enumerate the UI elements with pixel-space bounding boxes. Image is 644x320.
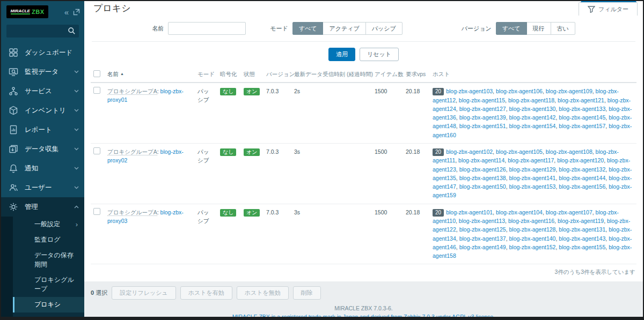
host-link[interactable]: blog-zbx-agent128: [509, 226, 555, 233]
host-link[interactable]: blog-zbx-agent118: [508, 97, 554, 103]
gear-icon: [9, 202, 18, 212]
host-link[interactable]: blog-zbx-agent137: [459, 235, 506, 242]
host-link[interactable]: blog-zbx-agent142: [509, 114, 555, 121]
host-link[interactable]: blog-zbx-agent107: [546, 209, 592, 215]
sidebar-item-dashboard[interactable]: ダッシュボード: [1, 43, 84, 62]
submenu-item-proxy-groups[interactable]: プロキシグループ: [13, 272, 84, 297]
host-link[interactable]: blog-zbx-agent106: [496, 88, 543, 94]
host-link[interactable]: blog-zbx-agent133: [559, 106, 605, 112]
submenu-item-proxies[interactable]: プロキシ: [13, 297, 84, 312]
apply-button[interactable]: 適用: [328, 48, 355, 61]
host-link[interactable]: blog-zbx-agent108: [546, 148, 592, 155]
host-link[interactable]: blog-zbx-agent109: [546, 88, 592, 94]
reset-button[interactable]: リセット: [360, 48, 399, 61]
submenu-item-audit-log[interactable]: 監査ログ: [13, 232, 84, 248]
host-link[interactable]: blog-zbx-agent149: [459, 244, 506, 250]
host-link[interactable]: blog-zbx-agent115: [459, 97, 505, 103]
host-link[interactable]: blog-zbx-agent157: [559, 123, 605, 129]
sidebar-item-reports[interactable]: レポート: [1, 120, 84, 139]
host-link[interactable]: blog-zbx-agent132: [559, 166, 605, 173]
host-link[interactable]: blog-zbx-agent102: [446, 148, 493, 155]
table-row: プロキシグループA: blog-zbx-proxy01 パッシブ なし オン 7…: [91, 83, 636, 143]
host-link[interactable]: blog-zbx-agent116: [508, 218, 554, 224]
host-link[interactable]: blog-zbx-agent103: [446, 88, 493, 94]
delete-button[interactable]: 削除: [293, 286, 321, 300]
sidebar-item-users[interactable]: ユーザー: [1, 178, 84, 197]
expand-window-icon[interactable]: [73, 9, 80, 16]
footer-trademark-link[interactable]: MIRACLE ZBX is a registered trade mark i…: [84, 313, 643, 320]
host-link[interactable]: blog-zbx-agent129: [509, 166, 555, 173]
host-link[interactable]: blog-zbx-agent145: [559, 114, 605, 121]
host-link[interactable]: blog-zbx-agent130: [509, 106, 555, 112]
sidebar-item-services[interactable]: サービス: [1, 81, 84, 101]
row-checkbox[interactable]: [93, 147, 100, 154]
name-filter-input[interactable]: [168, 22, 246, 35]
host-link[interactable]: blog-zbx-agent141: [509, 175, 555, 181]
sidebar-item-inventory[interactable]: インベントリ: [1, 101, 84, 120]
host-link[interactable]: blog-zbx-agent104: [496, 209, 543, 215]
column-header-version: バージョン: [264, 66, 291, 83]
refresh-config-button[interactable]: 設定リフレッシュ: [112, 286, 176, 300]
host-link[interactable]: blog-zbx-agent105: [496, 148, 543, 155]
sidebar-item-data-collection[interactable]: データ収集: [1, 139, 84, 159]
submenu-label: プロキシグループ: [34, 276, 78, 294]
proxy-group-link[interactable]: プロキシグループA: [107, 88, 157, 95]
filter-tab-label: フィルター: [598, 5, 628, 13]
mode-option-all[interactable]: すべて: [292, 22, 324, 35]
sidebar-item-administration[interactable]: 管理: [1, 197, 84, 217]
sidebar: MIRACLE ZBX «: [1, 1, 84, 317]
host-link[interactable]: blog-zbx-agent153: [509, 183, 555, 190]
host-link[interactable]: blog-zbx-agent139: [459, 114, 506, 121]
version-option-outdated[interactable]: 古い: [551, 22, 575, 35]
host-link[interactable]: blog-zbx-agent144: [559, 175, 605, 181]
host-link[interactable]: blog-zbx-agent151: [459, 123, 506, 129]
host-link[interactable]: blog-zbx-agent114: [458, 157, 504, 163]
row-checkbox[interactable]: [93, 208, 100, 215]
host-link[interactable]: blog-zbx-agent113: [459, 218, 505, 224]
host-link[interactable]: blog-zbx-agent131: [559, 226, 605, 233]
host-link[interactable]: blog-zbx-agent117: [508, 157, 554, 163]
mode-option-passive[interactable]: パッシブ: [365, 22, 402, 35]
mode-option-active[interactable]: アクティブ: [323, 22, 365, 35]
version-option-current[interactable]: 現行: [526, 22, 551, 35]
chevron-double-left-icon[interactable]: «: [64, 8, 69, 16]
host-link[interactable]: blog-zbx-agent126: [459, 166, 506, 173]
version-option-all[interactable]: すべて: [496, 22, 527, 35]
filter-tab[interactable]: フィルター: [579, 2, 638, 16]
host-link[interactable]: blog-zbx-agent119: [558, 218, 604, 224]
host-link[interactable]: blog-zbx-agent125: [459, 226, 506, 233]
host-link[interactable]: blog-zbx-agent143: [559, 235, 605, 242]
host-link[interactable]: blog-zbx-agent127: [459, 106, 506, 112]
last-seen-cell: 3s: [291, 143, 372, 204]
sidebar-menu: ダッシュボード 監視データ: [1, 43, 84, 197]
mode-cell: パッシブ: [195, 143, 217, 204]
host-link[interactable]: blog-zbx-agent155: [559, 244, 605, 250]
row-checkbox[interactable]: [93, 87, 100, 94]
submenu-item-general[interactable]: 一般設定 ›: [13, 217, 84, 232]
host-link[interactable]: blog-zbx-agent138: [459, 175, 506, 181]
enable-hosts-button[interactable]: ホストを有効: [180, 286, 232, 300]
host-link[interactable]: blog-zbx-agent150: [459, 183, 506, 190]
proxy-group-link[interactable]: プロキシグループA: [107, 148, 157, 155]
host-link[interactable]: blog-zbx-agent156: [559, 183, 605, 190]
column-header-item-count: アイテム数: [372, 66, 403, 83]
hosts-cell: 20blog-zbx-agent103, blog-zbx-agent106, …: [430, 83, 636, 143]
miracle-zbx-logo[interactable]: MIRACLE ZBX: [6, 5, 48, 18]
host-link[interactable]: blog-zbx-agent154: [509, 123, 555, 129]
chevron-down-icon: [74, 90, 79, 93]
column-header-name[interactable]: 名前▲: [105, 66, 195, 83]
select-all-checkbox[interactable]: [93, 70, 100, 77]
proxy-group-link[interactable]: プロキシグループA: [107, 209, 157, 216]
submenu-item-macros[interactable]: マクロ: [13, 312, 84, 320]
submenu-item-housekeeping[interactable]: データの保存期間: [13, 248, 84, 272]
host-link[interactable]: blog-zbx-agent140: [509, 235, 555, 242]
sidebar-item-alerts[interactable]: 通知: [1, 159, 84, 178]
disable-hosts-button[interactable]: ホストを無効: [237, 286, 289, 300]
state-badge: オン: [244, 148, 260, 156]
proxy-table-card: 名前▲ モード 暗号化 状態 バージョン 最新データ受信時刻 (経過時間) アイ…: [84, 66, 643, 281]
sidebar-item-monitoring[interactable]: 監視データ: [1, 62, 84, 81]
host-link[interactable]: blog-zbx-agent120: [557, 157, 604, 163]
host-link[interactable]: blog-zbx-agent152: [509, 244, 555, 250]
host-link[interactable]: blog-zbx-agent101: [446, 209, 493, 215]
host-link[interactable]: blog-zbx-agent121: [558, 97, 604, 103]
